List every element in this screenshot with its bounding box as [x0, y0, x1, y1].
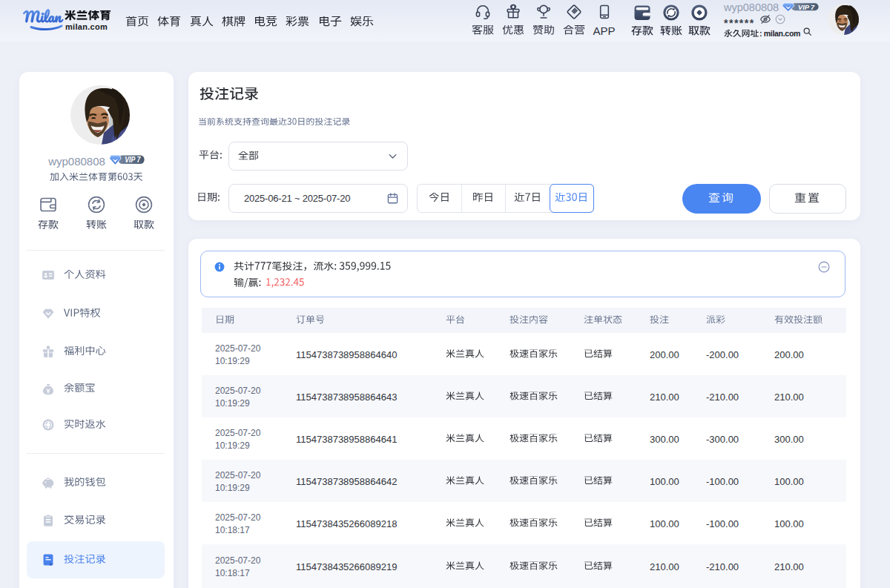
svg-text:VIP 7: VIP 7: [125, 155, 141, 164]
svg-text:VIP 7: VIP 7: [798, 4, 815, 11]
